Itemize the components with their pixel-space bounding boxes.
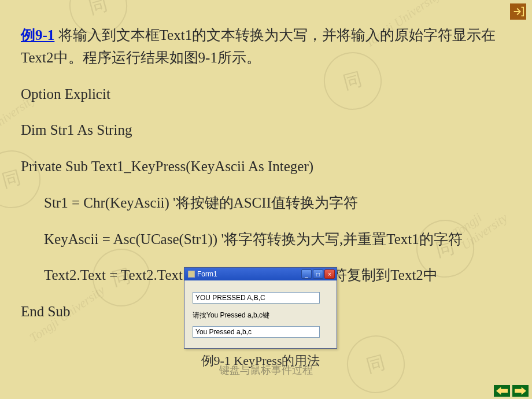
text1-input[interactable] <box>193 292 320 304</box>
svg-marker-0 <box>496 387 508 394</box>
code-line: Dim Str1 As String <box>21 119 511 142</box>
form-label: 请按You Pressed a,b,c键 <box>193 311 328 320</box>
window-title: Form1 <box>197 270 217 278</box>
form1-window: Form1 _ □ × 请按You Pressed a,b,c键 <box>184 267 337 349</box>
code-line: Str1 = Chr(KeyAscii) '将按键的ASCII值转换为字符 <box>21 192 511 215</box>
titlebar: Form1 _ □ × <box>184 268 337 280</box>
figure-9-1: Form1 _ □ × 请按You Pressed a,b,c键 例9-1 Ke… <box>184 267 337 370</box>
exit-arrow-icon <box>512 5 524 18</box>
close-button[interactable]: × <box>324 269 335 279</box>
nav-arrows <box>494 385 529 397</box>
next-slide-button[interactable] <box>512 385 529 397</box>
code-line: Option Explicit <box>21 83 511 106</box>
footer-note: 键盘与鼠标事件过程 <box>0 363 532 377</box>
minimize-button[interactable]: _ <box>301 269 312 279</box>
arrow-right-icon <box>515 387 526 395</box>
window-icon <box>188 271 195 278</box>
maximize-button[interactable]: □ <box>313 269 323 279</box>
arrow-left-icon <box>496 387 508 395</box>
svg-marker-1 <box>515 387 526 394</box>
example-link[interactable]: 例9-1 <box>21 27 54 43</box>
exit-button[interactable] <box>510 3 526 20</box>
code-line: KeyAscii = Asc(UCase(Str1)) '将字符转换为大写,并重… <box>21 228 511 251</box>
code-line: Private Sub Text1_KeyPress(KeyAscii As I… <box>21 156 511 178</box>
example-description: 例9-1 将输入到文本框Text1的文本转换为大写，并将输入的原始字符显示在Te… <box>21 24 511 69</box>
text2-input[interactable] <box>193 326 320 338</box>
prev-slide-button[interactable] <box>494 385 510 397</box>
window-client-area: 请按You Pressed a,b,c键 <box>184 280 337 348</box>
example-text: 将输入到文本框Text1的文本转换为大写，并将输入的原始字符显示在Text2中。… <box>21 27 496 65</box>
